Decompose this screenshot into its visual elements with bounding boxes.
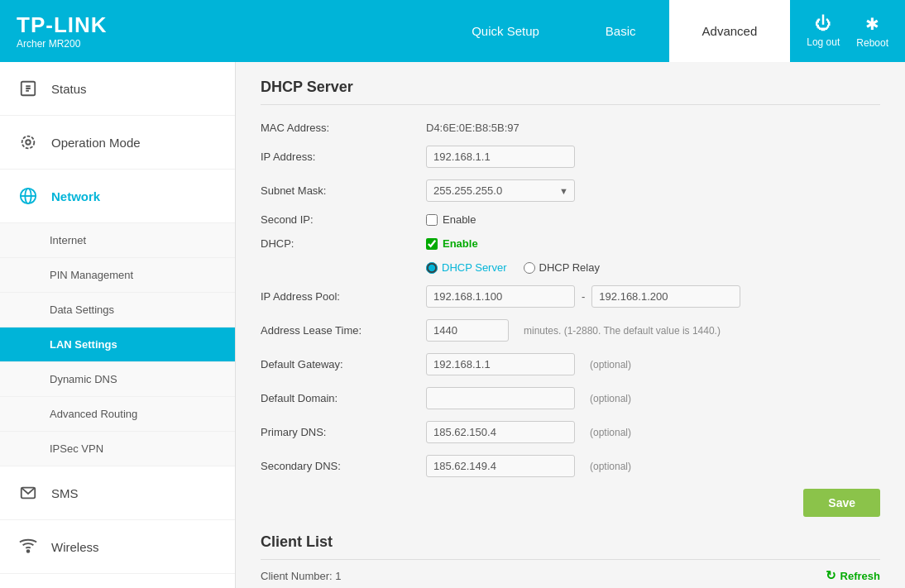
status-icon bbox=[17, 77, 40, 100]
dhcp-relay-radio[interactable] bbox=[524, 262, 535, 274]
logout-button[interactable]: ⏻ Log out bbox=[807, 14, 840, 48]
second-ip-label: Second IP: bbox=[261, 213, 426, 226]
sidebar-item-internet[interactable]: Internet bbox=[0, 223, 235, 258]
dhcp-type-value: DHCP Server DHCP Relay bbox=[426, 261, 880, 274]
client-number-label: Client Number: bbox=[261, 570, 333, 582]
sidebar-item-wireless-label: Wireless bbox=[51, 540, 99, 554]
sidebar-item-operation-mode-label: Operation Mode bbox=[51, 136, 141, 150]
subnet-mask-row: Subnet Mask: 255.255.255.0 255.255.0.0 2… bbox=[261, 179, 880, 202]
sidebar-item-wireless[interactable]: Wireless bbox=[0, 520, 235, 574]
svg-point-7 bbox=[27, 550, 30, 552]
secondary-dns-label: Secondary DNS: bbox=[261, 460, 426, 472]
mac-address-row: MAC Address: D4:6E:0E:B8:5B:97 bbox=[261, 122, 880, 134]
main-content: DHCP Server MAC Address: D4:6E:0E:B8:5B:… bbox=[236, 62, 905, 588]
dhcp-server-radio[interactable] bbox=[426, 262, 438, 274]
sms-icon bbox=[17, 481, 40, 504]
dhcp-relay-radio-label[interactable]: DHCP Relay bbox=[524, 261, 600, 274]
second-ip-enable-label[interactable]: Enable bbox=[426, 213, 476, 226]
ip-pool-value: - bbox=[426, 285, 880, 308]
sidebar-item-ipsec-vpn[interactable]: IPSec VPN bbox=[0, 432, 235, 466]
second-ip-checkbox[interactable] bbox=[426, 214, 438, 226]
logo: TP-LINK Archer MR200 bbox=[17, 12, 182, 50]
sidebar-item-dynamic-dns[interactable]: Dynamic DNS bbox=[0, 362, 235, 397]
ip-pool-row: IP Address Pool: - bbox=[261, 285, 880, 308]
default-gateway-input[interactable] bbox=[426, 353, 575, 375]
second-ip-enable-text: Enable bbox=[443, 213, 476, 226]
default-domain-input[interactable] bbox=[426, 387, 575, 409]
default-gateway-label: Default Gateway: bbox=[261, 358, 426, 370]
reboot-button[interactable]: ✱ Reboot bbox=[856, 14, 888, 49]
lease-time-hint: minutes. (1-2880. The default value is 1… bbox=[524, 325, 721, 337]
dhcp-checkbox[interactable] bbox=[426, 238, 438, 250]
dhcp-enable-label[interactable]: Enable bbox=[426, 237, 478, 250]
sidebar-item-pin-management[interactable]: PIN Management bbox=[0, 258, 235, 293]
secondary-dns-hint: (optional) bbox=[590, 461, 631, 472]
primary-dns-row: Primary DNS: (optional) bbox=[261, 421, 880, 443]
ip-address-row: IP Address: bbox=[261, 146, 880, 168]
dhcp-server-title: DHCP Server bbox=[261, 79, 880, 105]
tab-basic[interactable]: Basic bbox=[572, 0, 669, 62]
ip-address-label: IP Address: bbox=[261, 151, 426, 163]
save-button[interactable]: Save bbox=[803, 489, 880, 517]
second-ip-value: Enable bbox=[426, 213, 880, 226]
default-gateway-hint: (optional) bbox=[590, 359, 631, 370]
model-name: Archer MR200 bbox=[17, 38, 182, 50]
client-list-title: Client List bbox=[261, 533, 880, 560]
client-number-value: 1 bbox=[335, 570, 341, 582]
sidebar-item-sms[interactable]: SMS bbox=[0, 466, 235, 520]
brand-name: TP-LINK bbox=[17, 12, 182, 38]
sidebar-item-status[interactable]: Status bbox=[0, 62, 235, 116]
secondary-dns-value: (optional) bbox=[426, 455, 880, 477]
dhcp-enable-text: Enable bbox=[443, 237, 478, 250]
nav-tabs: Quick Setup Basic Advanced bbox=[438, 0, 790, 62]
mac-address-value: D4:6E:0E:B8:5B:97 bbox=[426, 122, 880, 134]
reboot-label: Reboot bbox=[856, 37, 888, 49]
sidebar-item-operation-mode[interactable]: Operation Mode bbox=[0, 116, 235, 170]
ip-address-value bbox=[426, 146, 880, 168]
dhcp-server-radio-label[interactable]: DHCP Server bbox=[426, 261, 507, 274]
ip-pool-start-input[interactable] bbox=[426, 285, 575, 308]
lease-time-value: minutes. (1-2880. The default value is 1… bbox=[426, 319, 880, 342]
dhcp-row: DHCP: Enable bbox=[261, 237, 880, 250]
tab-quick-setup[interactable]: Quick Setup bbox=[438, 0, 572, 62]
sidebar-item-data-settings[interactable]: Data Settings bbox=[0, 293, 235, 327]
header-actions: ⏻ Log out ✱ Reboot bbox=[807, 14, 888, 49]
dhcp-type-row: DHCP Server DHCP Relay bbox=[261, 261, 880, 274]
layout: Status Operation Mode Network Internet P… bbox=[0, 62, 905, 588]
ip-address-input[interactable] bbox=[426, 146, 575, 168]
ip-pool-inputs: - bbox=[426, 285, 740, 308]
refresh-button[interactable]: ↻ Refresh bbox=[826, 568, 880, 583]
sidebar-sub-network: Internet PIN Management Data Settings LA… bbox=[0, 223, 235, 466]
default-gateway-row: Default Gateway: (optional) bbox=[261, 353, 880, 375]
lease-time-input[interactable] bbox=[426, 319, 509, 342]
sidebar-item-advanced-routing[interactable]: Advanced Routing bbox=[0, 397, 235, 432]
subnet-mask-select-wrap: 255.255.255.0 255.255.0.0 255.0.0.0 ▼ bbox=[426, 179, 575, 202]
operation-mode-icon bbox=[17, 131, 40, 154]
secondary-dns-input[interactable] bbox=[426, 455, 575, 477]
ip-pool-end-input[interactable] bbox=[591, 285, 740, 308]
sidebar-item-network[interactable]: Network bbox=[0, 170, 235, 223]
subnet-mask-select[interactable]: 255.255.255.0 255.255.0.0 255.0.0.0 bbox=[426, 179, 575, 202]
primary-dns-label: Primary DNS: bbox=[261, 426, 426, 438]
dhcp-relay-radio-text: DHCP Relay bbox=[539, 261, 600, 274]
logout-label: Log out bbox=[807, 36, 840, 48]
default-domain-row: Default Domain: (optional) bbox=[261, 387, 880, 409]
client-count: Client Number: 1 bbox=[261, 570, 342, 582]
secondary-dns-row: Secondary DNS: (optional) bbox=[261, 455, 880, 477]
refresh-icon: ↻ bbox=[826, 568, 836, 583]
lease-time-label: Address Lease Time: bbox=[261, 324, 426, 337]
dhcp-server-radio-text: DHCP Server bbox=[442, 261, 507, 274]
default-gateway-value: (optional) bbox=[426, 353, 880, 375]
tab-advanced[interactable]: Advanced bbox=[669, 0, 791, 62]
sidebar-item-lan-settings[interactable]: LAN Settings bbox=[0, 327, 235, 362]
ip-pool-label: IP Address Pool: bbox=[261, 290, 426, 303]
primary-dns-input[interactable] bbox=[426, 421, 575, 443]
wireless-icon bbox=[17, 535, 40, 558]
header: TP-LINK Archer MR200 Quick Setup Basic A… bbox=[0, 0, 905, 62]
refresh-label: Refresh bbox=[840, 570, 880, 582]
sidebar-item-sms-label: SMS bbox=[51, 486, 79, 500]
default-domain-value: (optional) bbox=[426, 387, 880, 409]
ip-pool-dash: - bbox=[582, 290, 585, 303]
dhcp-value: Enable bbox=[426, 237, 880, 250]
svg-point-1 bbox=[26, 140, 31, 145]
